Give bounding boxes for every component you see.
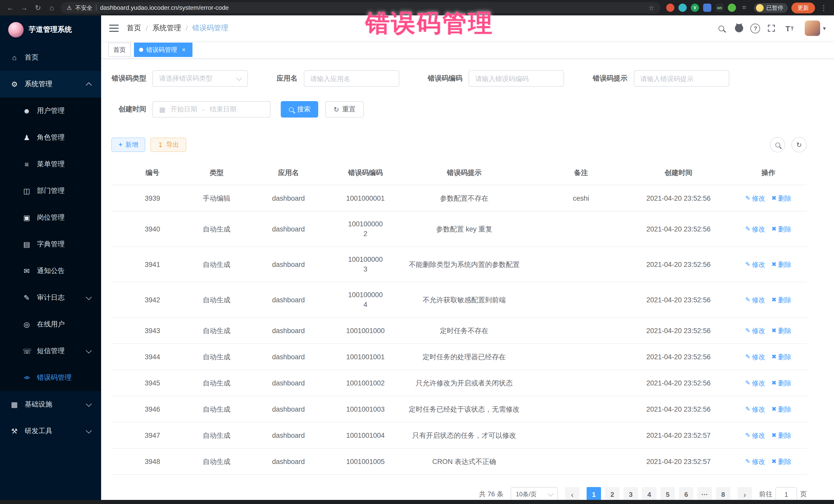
extension-toggle-on-icon[interactable]: on — [716, 4, 724, 12]
close-icon[interactable]: × — [180, 46, 187, 53]
breadcrumb-item[interactable]: 首页 — [127, 24, 141, 33]
export-button[interactable]: ↧ 导出 — [151, 137, 186, 152]
page-button-6[interactable]: 6 — [679, 487, 694, 501]
edit-link[interactable]: ✎修改 — [745, 431, 765, 440]
extension-leaf-icon[interactable] — [728, 4, 736, 12]
avatar-image — [805, 21, 820, 36]
edit-link[interactable]: ✎修改 — [745, 260, 765, 269]
profile-chip[interactable]: 已暂停 — [754, 3, 788, 13]
sidebar-item-department[interactable]: ◫部门管理 — [0, 178, 101, 204]
page-size-select[interactable]: 10条/页 — [511, 487, 558, 501]
delete-link[interactable]: ✖删除 — [771, 378, 791, 388]
sidebar-item-dev-tools[interactable]: ⚒研发工具 — [0, 418, 101, 444]
back-icon[interactable]: ← — [5, 4, 15, 12]
sidebar-item-role[interactable]: ♟角色管理 — [0, 124, 101, 151]
sidebar-item-dictionary[interactable]: ▤字典管理 — [0, 231, 101, 258]
extension-check-icon[interactable]: V — [691, 4, 699, 12]
cell-time: 2021-04-20 23:52:56 — [627, 287, 730, 312]
cell-message: 只有开启状态的任务，才可以修改 — [394, 423, 535, 448]
show-search-button[interactable] — [770, 137, 785, 152]
error-hint-input[interactable] — [634, 70, 729, 87]
page-button-4[interactable]: 4 — [642, 487, 656, 501]
page-button-5[interactable]: 5 — [660, 487, 675, 501]
add-button[interactable]: + 新增 — [111, 137, 146, 152]
cell-message: 定时任务的处理器已经存在 — [394, 344, 535, 369]
filter-group-app: 应用名 — [277, 70, 399, 87]
sidebar-item-post[interactable]: ▣岗位管理 — [0, 204, 101, 231]
sidebar-item-error-code[interactable]: </>错误码管理 — [0, 365, 101, 391]
delete-label: 删除 — [778, 404, 791, 414]
help-icon[interactable]: ? — [751, 23, 760, 33]
sidebar-item-online-users[interactable]: ◎在线用户 — [0, 311, 101, 338]
error-type-select[interactable]: 请选择错误码类型 — [152, 70, 248, 87]
github-icon[interactable] — [733, 22, 746, 35]
extension-pin-icon[interactable] — [679, 4, 687, 12]
table-row: 3942自动生成dashboard100100000 4不允许获取敏感配置到前端… — [111, 282, 807, 318]
edit-link[interactable]: ✎修改 — [745, 194, 765, 203]
sidebar-item-home[interactable]: ⌂首页 — [0, 44, 101, 71]
extension-grid-icon[interactable] — [703, 4, 711, 12]
page-button-3[interactable]: 3 — [623, 487, 638, 501]
update-button[interactable]: 更新 — [791, 2, 815, 13]
page-button-2[interactable]: 2 — [605, 487, 619, 501]
sidebar-item-menu-list[interactable]: ≡菜单管理 — [0, 151, 101, 178]
next-page-button[interactable]: › — [738, 487, 752, 501]
edit-link[interactable]: ✎修改 — [745, 457, 765, 466]
download-icon: ↧ — [158, 141, 163, 149]
delete-label: 删除 — [778, 326, 791, 336]
forward-icon[interactable]: → — [19, 4, 29, 12]
hamburger-icon[interactable] — [109, 25, 118, 32]
extension-record-icon[interactable] — [666, 4, 674, 12]
search-icon[interactable] — [715, 22, 728, 35]
edit-link[interactable]: ✎修改 — [745, 378, 765, 388]
delete-link[interactable]: ✖删除 — [771, 457, 791, 466]
create-time-range[interactable]: ▦ 开始日期 - 结束日期 — [152, 101, 270, 117]
prev-page-button[interactable]: ‹ — [565, 487, 579, 501]
cell-app: dashboard — [240, 318, 337, 343]
delete-link[interactable]: ✖删除 — [771, 295, 791, 305]
sidebar-item-sms[interactable]: ☏短信管理 — [0, 338, 101, 365]
sidebar-item-gear[interactable]: ⚙系统管理 — [0, 71, 101, 97]
address-bar[interactable]: ⚠ 不安全 dashboard.yudao.iocoder.cn/system/… — [61, 2, 660, 13]
infrastructure-icon: ▦ — [10, 400, 19, 409]
edit-link[interactable]: ✎修改 — [745, 224, 765, 234]
delete-link[interactable]: ✖删除 — [771, 431, 791, 440]
page-button-8[interactable]: 8 — [716, 487, 730, 501]
edit-link[interactable]: ✎修改 — [745, 295, 765, 305]
delete-link[interactable]: ✖删除 — [771, 326, 791, 336]
page-button-1[interactable]: 1 — [587, 487, 601, 501]
tab-错误码管理[interactable]: 错误码管理× — [134, 43, 193, 57]
breadcrumb-item[interactable]: 错误码管理 — [193, 24, 228, 33]
browser-home-icon[interactable]: ⌂ — [47, 4, 57, 12]
tab-首页[interactable]: 首页 — [108, 43, 131, 57]
edit-link[interactable]: ✎修改 — [745, 352, 765, 362]
goto-page-input[interactable] — [775, 487, 797, 501]
sidebar-item-audit-log[interactable]: ✎审计日志 — [0, 284, 101, 311]
reset-button[interactable]: ↻ 重置 — [325, 101, 364, 117]
extensions-puzzle-icon[interactable]: ⌗ — [740, 4, 748, 12]
sidebar-item-notice[interactable]: ✉通知公告 — [0, 258, 101, 284]
app-logo[interactable]: 芋道管理系统 — [0, 15, 101, 44]
reload-icon[interactable]: ↻ — [33, 4, 43, 12]
sidebar-item-infrastructure[interactable]: ▦基础设施 — [0, 391, 101, 418]
delete-link[interactable]: ✖删除 — [771, 194, 791, 203]
delete-link[interactable]: ✖删除 — [771, 224, 791, 234]
sidebar-item-user[interactable]: ☻用户管理 — [0, 97, 101, 124]
delete-link[interactable]: ✖删除 — [771, 352, 791, 362]
calendar-icon: ▦ — [159, 106, 166, 113]
edit-link[interactable]: ✎修改 — [745, 404, 765, 414]
error-code-input[interactable] — [468, 70, 564, 87]
delete-link[interactable]: ✖删除 — [771, 404, 791, 414]
fullscreen-icon[interactable] — [765, 22, 778, 35]
search-button[interactable]: 搜索 — [281, 101, 318, 117]
user-avatar[interactable]: ▾ — [805, 21, 826, 36]
font-size-icon[interactable]: TT — [783, 22, 796, 35]
browser-menu-icon[interactable]: ⋮ — [819, 4, 829, 12]
refresh-button[interactable]: ↻ — [791, 137, 807, 152]
page-ellipsis[interactable]: ··· — [698, 487, 712, 501]
edit-link[interactable]: ✎修改 — [745, 326, 765, 336]
delete-link[interactable]: ✖删除 — [771, 260, 791, 269]
app-name-input[interactable] — [304, 70, 399, 87]
breadcrumb-item[interactable]: 系统管理 — [152, 24, 181, 33]
bookmark-star-icon[interactable]: ☆ — [649, 4, 654, 12]
